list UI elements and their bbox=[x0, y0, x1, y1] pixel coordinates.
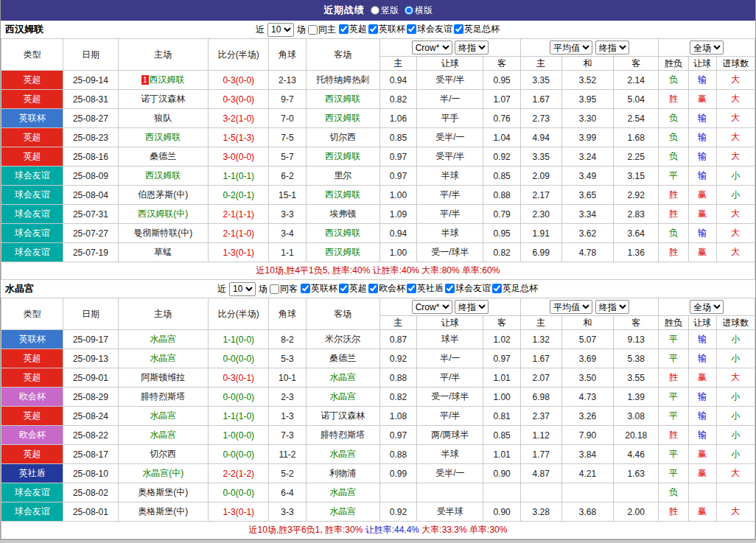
scope-select[interactable]: 全场 bbox=[690, 41, 724, 55]
corner-score: 8-2 bbox=[269, 330, 306, 349]
average-time-select[interactable]: 终指 bbox=[595, 41, 629, 55]
corner-score: 7-3 bbox=[269, 426, 306, 445]
table-header-row: 类型 日期 主场 比分(半场) 角球 客场 Crow* 终指 平均值 终指 bbox=[1, 298, 755, 316]
layout-option-horizontal[interactable]: 横版 bbox=[405, 4, 433, 17]
avg-odds-away: 9.13 bbox=[614, 330, 659, 349]
handicap-odds-home: 0.88 bbox=[379, 445, 416, 464]
same-venue-filter[interactable]: 同客 bbox=[270, 283, 298, 295]
result-handicap: 输 bbox=[688, 426, 716, 445]
bookmaker-select[interactable]: Crow* bbox=[412, 41, 452, 55]
league-filter[interactable]: 英足总杯 bbox=[454, 23, 500, 35]
games-label: 场 bbox=[259, 283, 267, 295]
result-group-header: 全场 bbox=[659, 298, 755, 316]
matches-table: 类型 日期 主场 比分(半场) 角球 客场 Crow* 终指 平均值 终指 bbox=[1, 38, 755, 280]
average-time-select[interactable]: 终指 bbox=[595, 300, 629, 314]
result-goals: 大 bbox=[716, 464, 755, 483]
avg-odds-draw: 3.52 bbox=[561, 71, 613, 90]
away-team-cell: 西汉姆联 bbox=[306, 224, 379, 243]
avg-odds-draw: 3.62 bbox=[561, 224, 613, 243]
league-filter-checkbox[interactable] bbox=[492, 284, 502, 293]
league-filters: 英超英联杯球会友谊英足总杯 bbox=[338, 23, 500, 36]
league-filter-checkbox[interactable] bbox=[407, 284, 416, 293]
result-goals: 小 bbox=[716, 186, 755, 205]
team-section: 西汉姆联 近 10 场 同主 英超英联杯球会友谊英足总杯 bbox=[1, 21, 755, 280]
corner-score: 11-2 bbox=[269, 445, 306, 464]
avg-odds-draw: 4.73 bbox=[561, 388, 613, 407]
handicap-odds-home: 0.82 bbox=[379, 388, 416, 407]
home-team-name: 西汉姆联 bbox=[150, 74, 185, 85]
league-filter-checkbox[interactable] bbox=[445, 284, 455, 293]
handicap-line: 受平/半 bbox=[417, 147, 483, 167]
match-score: 1-3(0-1) bbox=[209, 502, 269, 522]
summary-segment: 近10场,胜4平1负5, 胜率:40% 让胜率:40% 大率:80% 单率:60… bbox=[256, 265, 500, 276]
match-row: 球会友谊25-08-02奥格斯堡(中)0-0(0-0)6-4水晶宫负 bbox=[1, 483, 755, 502]
home-team-name: 曼彻斯特联(中) bbox=[133, 228, 192, 238]
same-venue-checkbox[interactable] bbox=[308, 25, 318, 35]
home-team-cell: 桑德兰 bbox=[118, 147, 208, 167]
league-filter[interactable]: 欧会杯 bbox=[368, 282, 405, 295]
avg-odds-home: 2.17 bbox=[520, 186, 561, 205]
section-summary: 近10场,胜4平1负5, 胜率:40% 让胜率:40% 大率:80% 单率:60… bbox=[1, 262, 755, 280]
match-score: 2-1(1-1) bbox=[209, 205, 269, 224]
home-team-name: 阿斯顿维拉 bbox=[141, 372, 185, 382]
away-team-name: 水晶宫 bbox=[329, 372, 356, 382]
result-handicap: 赢 bbox=[688, 243, 716, 262]
result-handicap: 输 bbox=[688, 349, 716, 368]
same-venue-checkbox[interactable] bbox=[270, 284, 279, 294]
league-filter-checkbox[interactable] bbox=[407, 24, 416, 34]
league-filter[interactable]: 英联杯 bbox=[301, 282, 337, 295]
home-team-cell: 西汉姆联(中) bbox=[118, 205, 208, 224]
layout-option-vertical[interactable]: 竖版 bbox=[371, 4, 399, 17]
col-header-odds-home: 主 bbox=[379, 57, 416, 71]
home-team-cell: 曼彻斯特联(中) bbox=[118, 224, 208, 243]
result-goals: 小 bbox=[716, 388, 755, 407]
league-filter[interactable]: 球会友谊 bbox=[445, 282, 491, 295]
recent-label: 近 bbox=[217, 283, 226, 295]
league-filter-checkbox[interactable] bbox=[368, 284, 378, 293]
bookmaker-select[interactable]: Crow* bbox=[412, 300, 452, 314]
away-team-name: 西汉姆联 bbox=[325, 189, 360, 200]
scope-select[interactable]: 全场 bbox=[690, 300, 724, 314]
home-team-name: 水晶宫 bbox=[150, 410, 176, 421]
league-filter-checkbox[interactable] bbox=[339, 284, 349, 293]
handicap-time-select[interactable]: 终指 bbox=[455, 300, 489, 314]
match-score: 2-1(1-0) bbox=[209, 224, 269, 243]
horizontal-layout-radio[interactable] bbox=[405, 6, 413, 15]
vertical-layout-label: 竖版 bbox=[381, 4, 399, 17]
filter-bar: 近 10 场 同客 英联杯英超欧会杯英社盾球会友谊英足总杯 bbox=[216, 282, 540, 296]
recent-count-select[interactable]: 10 bbox=[267, 23, 294, 37]
handicap-line: 受半/一 bbox=[417, 464, 483, 483]
match-type-badge: 球会友谊 bbox=[1, 167, 63, 186]
same-venue-filter[interactable]: 同主 bbox=[308, 24, 336, 36]
avg-odds-home: 2.73 bbox=[520, 109, 561, 128]
league-filter-checkbox[interactable] bbox=[368, 24, 378, 34]
avg-odds-home: 6.98 bbox=[520, 388, 561, 407]
corner-score: 6-2 bbox=[269, 167, 306, 186]
league-filter-label: 欧会杯 bbox=[379, 282, 405, 295]
match-score: 0-3(0-0) bbox=[209, 90, 269, 109]
avg-odds-draw: 4.78 bbox=[561, 243, 613, 262]
league-filter[interactable]: 英联杯 bbox=[368, 23, 405, 35]
league-filter-checkbox[interactable] bbox=[339, 24, 349, 34]
recent-count-select[interactable]: 10 bbox=[229, 282, 256, 296]
avg-odds-draw: 3.69 bbox=[561, 349, 613, 368]
league-filter[interactable]: 球会友谊 bbox=[407, 23, 452, 35]
average-source-select[interactable]: 平均值 bbox=[550, 41, 592, 55]
vertical-layout-radio[interactable] bbox=[371, 6, 379, 15]
league-filter-checkbox[interactable] bbox=[454, 24, 463, 34]
handicap-time-select[interactable]: 终指 bbox=[455, 41, 489, 55]
league-filter-checkbox[interactable] bbox=[301, 284, 310, 293]
league-filter[interactable]: 英超 bbox=[339, 282, 367, 295]
match-score: 1-5(1-3) bbox=[209, 128, 269, 147]
corner-score: 9-7 bbox=[269, 90, 306, 109]
match-score: 1-1(0-0) bbox=[209, 330, 269, 349]
horizontal-layout-label: 横版 bbox=[415, 4, 433, 17]
home-team-name: 诺丁汉森林 bbox=[141, 94, 185, 104]
average-source-select[interactable]: 平均值 bbox=[550, 300, 592, 314]
league-filter[interactable]: 英超 bbox=[339, 23, 367, 35]
league-filter[interactable]: 英足总杯 bbox=[492, 282, 538, 295]
result-handicap: 输 bbox=[688, 71, 716, 90]
league-filter[interactable]: 英社盾 bbox=[407, 282, 444, 295]
result-goals: 小 bbox=[716, 445, 755, 464]
match-date: 25-09-17 bbox=[63, 330, 118, 349]
